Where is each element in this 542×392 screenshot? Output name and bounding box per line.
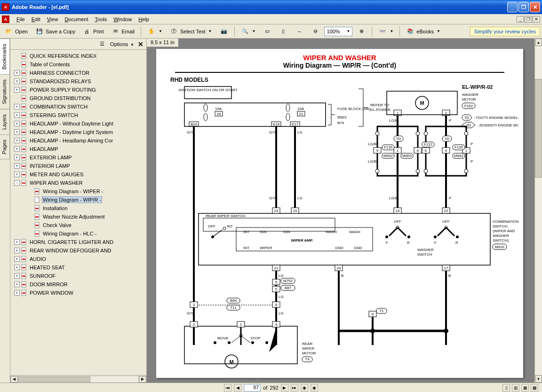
open-button[interactable]: 📂Open — [2, 26, 31, 37]
scroll-thumb[interactable] — [18, 376, 90, 382]
expand-icon[interactable]: + — [14, 273, 20, 279]
tab-signatures[interactable]: Signatures — [0, 74, 10, 110]
scroll-down-button[interactable]: ▼ — [535, 375, 542, 383]
bookmark-item[interactable]: +STANDARDIZED RELAYS — [11, 77, 145, 86]
expand-icon[interactable]: + — [14, 129, 20, 135]
minimize-button[interactable]: _ — [507, 2, 518, 12]
panel-close-button[interactable]: ✕ — [138, 40, 143, 48]
bookmark-item[interactable]: Installation — [11, 204, 145, 212]
email-button[interactable]: ✉Email — [109, 26, 138, 37]
single-page-button[interactable]: ▯ — [502, 384, 510, 392]
bookmark-item[interactable]: +HEATED SEAT — [11, 263, 145, 272]
document-vscroll[interactable]: ▲ ▼ — [534, 39, 542, 383]
scroll-left-button[interactable]: ◀ — [10, 376, 18, 383]
menu-file[interactable]: File — [13, 16, 28, 23]
bookmark-item[interactable]: +COMBINATION SWITCH — [11, 102, 145, 111]
bookmark-item[interactable]: QUICK REFERENCE INDEX — [11, 52, 145, 60]
expand-icon[interactable]: + — [14, 138, 20, 143]
expand-icon[interactable]: + — [14, 70, 20, 76]
snapshot-button[interactable]: 📷 — [217, 26, 231, 37]
options-button[interactable]: Options ▼ — [110, 41, 134, 47]
bookmark-item[interactable]: +DOOR MIRROR — [11, 280, 145, 289]
zoom-input[interactable]: 100%▼ — [324, 27, 352, 36]
bookmarks-hscroll[interactable]: ◀ ▶ — [10, 375, 146, 383]
select-text-button[interactable]: ⓉSelect Text▼ — [167, 26, 215, 37]
expand-icon[interactable]: + — [14, 163, 20, 169]
bookmark-item[interactable]: Check Valve — [11, 221, 145, 229]
tab-layers[interactable]: Layers — [0, 109, 10, 135]
bookmark-item[interactable]: GROUND DISTRIBUTION — [11, 94, 145, 102]
menu-edit[interactable]: Edit — [28, 16, 44, 23]
expand-icon[interactable]: + — [14, 282, 20, 287]
expand-icon[interactable]: + — [14, 112, 20, 118]
menu-tools[interactable]: Tools — [92, 16, 111, 23]
tab-bookmarks[interactable]: Bookmarks — [0, 39, 10, 75]
expand-icon[interactable]: + — [14, 121, 20, 126]
facing-button[interactable]: ▦ — [521, 384, 529, 392]
fit-width-button[interactable]: ↔ — [292, 26, 306, 37]
collapse-icon[interactable]: - — [14, 180, 20, 186]
forward-button[interactable]: ◉ — [311, 384, 318, 392]
bookmark-item[interactable]: Wiring Diagram - HLC - — [11, 229, 145, 238]
bookmark-item[interactable]: +HARNESS CONNECTOR — [11, 69, 145, 77]
continuous-button[interactable]: ▥ — [512, 384, 519, 392]
expand-icon[interactable]: + — [14, 290, 20, 296]
zoom-in-button[interactable]: 🔍▼ — [238, 26, 259, 37]
bookmark-item[interactable]: +POWER WINDOW — [11, 289, 145, 297]
scroll-right-button[interactable]: ▶ — [139, 376, 146, 383]
scroll-up-button[interactable]: ▲ — [535, 39, 542, 46]
maximize-button[interactable]: ❐ — [518, 2, 529, 12]
expand-icon[interactable]: + — [14, 104, 20, 110]
continuous-facing-button[interactable]: ▩ — [531, 384, 538, 392]
expand-icon[interactable]: + — [14, 248, 20, 253]
read-button[interactable]: 👓▼ — [375, 26, 396, 37]
expand-icon[interactable]: + — [14, 172, 20, 177]
bookmark-item[interactable]: +HEADLAMP - Without Daytime Light — [11, 119, 145, 128]
ebooks-button[interactable]: 📚eBooks▼ — [403, 26, 443, 37]
bookmark-item[interactable]: Washer Nozzle Adjustment — [11, 212, 145, 221]
scroll-track[interactable] — [18, 376, 139, 383]
mdi-minimize-button[interactable]: _ — [517, 16, 524, 23]
expand-icon[interactable]: + — [14, 78, 20, 84]
bookmark-item[interactable]: -WIPER AND WASHER — [11, 179, 145, 187]
zoom-in2-button[interactable]: ⊕ — [354, 26, 368, 37]
bookmark-item[interactable]: +HEADLAMP - Daytime Light System — [11, 128, 145, 136]
fit-page-button[interactable]: ▯ — [276, 26, 290, 37]
bookmark-item[interactable]: Table of Contents — [11, 60, 145, 69]
ad-button[interactable]: Simplify your review cycles — [470, 27, 540, 36]
last-page-button[interactable]: ⏭ — [291, 384, 298, 392]
expand-icon[interactable]: + — [14, 155, 20, 160]
page-number-input[interactable]: 97 — [244, 384, 261, 392]
menu-help[interactable]: Help — [135, 16, 152, 23]
bookmark-item[interactable]: +INTERIOR LAMP — [11, 162, 145, 170]
scroll-thumb[interactable] — [535, 79, 542, 178]
bookmark-item[interactable]: +AUDIO — [11, 255, 145, 263]
mdi-restore-button[interactable]: ❐ — [525, 16, 532, 23]
close-button[interactable]: ✕ — [530, 2, 540, 12]
expand-icon[interactable]: + — [14, 256, 20, 262]
tab-pages[interactable]: Pages — [0, 134, 10, 159]
menu-document[interactable]: Document — [61, 16, 91, 23]
expand-icon[interactable]: + — [14, 239, 20, 245]
menu-window[interactable]: Window — [110, 16, 135, 23]
zoom-out-button[interactable]: ⊖ — [308, 26, 322, 37]
bookmark-item[interactable]: +HEADLAMP - Headlamp Aiming Cor — [11, 136, 145, 145]
scroll-track[interactable] — [535, 46, 542, 375]
expand-icon[interactable]: + — [14, 87, 20, 93]
back-button[interactable]: ◉ — [301, 384, 308, 392]
bookmark-item[interactable]: Wiring Diagram - WIP/R - — [11, 196, 145, 204]
menu-view[interactable]: View — [44, 16, 62, 23]
bookmark-item[interactable]: +EXTERIOR LAMP — [11, 153, 145, 162]
prev-page-button[interactable]: ◀ — [234, 384, 241, 392]
expand-icon[interactable]: + — [14, 146, 20, 152]
bookmark-item[interactable]: +POWER SUPPLY ROUTING — [11, 86, 145, 94]
print-button[interactable]: 🖨Print — [80, 26, 107, 37]
bookmark-item[interactable]: +REAR WINDOW DEFOGGER AND — [11, 246, 145, 255]
bookmark-item[interactable]: +HORN, CIGARETTE LIGHTER AND — [11, 238, 145, 246]
actual-size-button[interactable]: ▭ — [260, 26, 274, 37]
bookmark-item[interactable]: Wiring Diagram - WIPER - — [11, 187, 145, 196]
bookmark-item[interactable]: +SUNROOF — [11, 272, 145, 280]
bookmark-item[interactable]: +STEERING SWITCH — [11, 111, 145, 119]
save-copy-button[interactable]: 💾Save a Copy — [32, 26, 78, 37]
bookmark-item[interactable]: +HEADLAMP — [11, 145, 145, 153]
